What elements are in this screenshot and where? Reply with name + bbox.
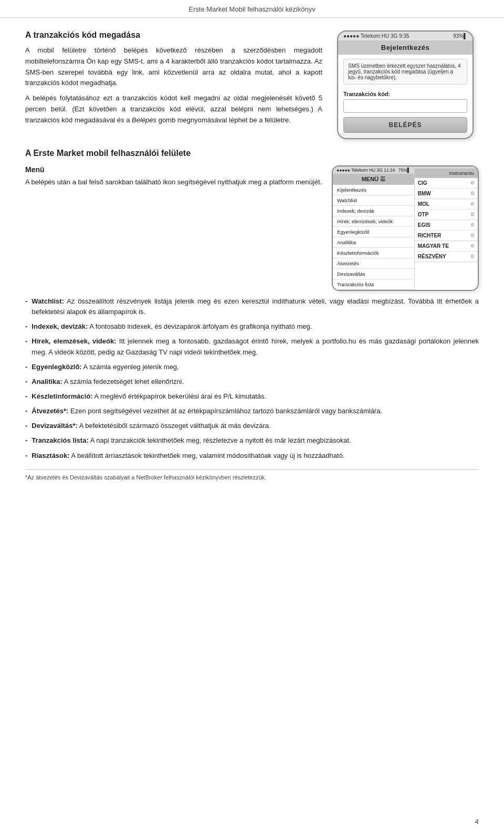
phone-menu-header: MENÜ ☰	[333, 174, 414, 185]
watchlist-item-bmw[interactable]: BMW ⊙	[415, 189, 478, 199]
section2-text: Menü A belépés után a bal felső sarokban…	[25, 165, 322, 291]
phone-info-box: SMS üzenetben érkezett egyszer használat…	[343, 59, 467, 85]
menu-item-atvezetes[interactable]: Átvezetés	[333, 258, 414, 269]
ticker-cig-icon: ⊙	[470, 180, 475, 186]
phone-battery: 93%▌	[453, 33, 467, 39]
watchlist-item-mol[interactable]: MOL ⊙	[415, 199, 478, 210]
list-item-keszlet: - Készletinformáció: A meglévő értékpapí…	[25, 391, 479, 402]
watchlist-item-egis[interactable]: EGIS ⊙	[415, 220, 478, 231]
footnote: *Az átvezetés és Devizaváltás szabályait…	[25, 469, 479, 480]
section1-layout: A tranzakciós kód megadása A mobil felül…	[25, 30, 479, 139]
section2-phone-col: ●●●●● Telekom HU 3G 11:24 75%▌ MENÜ ☰ Ki…	[332, 165, 479, 291]
ticker-richter-icon: ⊙	[470, 233, 475, 238]
phone-battery2: 75%▌	[398, 168, 411, 173]
section2-layout: Menü A belépés után a bal felső sarokban…	[25, 165, 479, 291]
ticker-cig: CIG	[418, 180, 427, 186]
phone-status-left2: ●●●●● Telekom HU 3G 11:24	[337, 168, 395, 173]
menu-item-kijelentkezes[interactable]: Kijelentkezés	[333, 185, 414, 195]
menu-phone-mockup: ●●●●● Telekom HU 3G 11:24 75%▌ MENÜ ☰ Ki…	[332, 165, 479, 291]
phone-status-bar: ●●●●● Telekom HU 3G 9:35 93%▌	[338, 32, 472, 40]
menu-item-egyenlegkozlo[interactable]: Egyenlegközlő	[333, 227, 414, 237]
phone-menu-left: ●●●●● Telekom HU 3G 11:24 75%▌ MENÜ ☰ Ki…	[333, 166, 415, 290]
page-header: Erste Market Mobil felhasználói kéziköny…	[0, 0, 504, 18]
page-number: 4	[475, 818, 479, 825]
menu-item-tranzakcio[interactable]: Tranzakciós lista	[333, 279, 414, 290]
ticker-reszveny: RÉSZVÉNY	[418, 254, 446, 259]
menu-item-analitika[interactable]: Analitika	[333, 237, 414, 248]
ticker-mol-icon: ⊙	[470, 201, 475, 207]
phone-header-bar: Bejelentkezés	[338, 40, 472, 55]
phone-watchlist-header: Instrumentu	[415, 169, 478, 178]
phone-input-field[interactable]	[343, 99, 467, 113]
ticker-richter: RICHTER	[418, 233, 441, 238]
watchlist-item-otp[interactable]: OTP ⊙	[415, 210, 478, 220]
section1-text: A tranzakciós kód megadása A mobil felül…	[25, 30, 322, 139]
ticker-mt-icon: ⊙	[470, 243, 475, 249]
phone-mockup-1: ●●●●● Telekom HU 3G 9:35 93%▌ Bejelentke…	[337, 30, 474, 139]
ticker-bmw-icon: ⊙	[470, 191, 475, 196]
menu-section-title: Menü	[25, 165, 322, 174]
header-title: Erste Market Mobil felhasználói kéziköny…	[188, 5, 315, 13]
watchlist-item-magyartelekom[interactable]: MAGYAR TE ⊙	[415, 241, 478, 252]
ticker-otp: OTP	[418, 212, 429, 217]
phone-input-label: Tranzakciós kód:	[338, 89, 472, 98]
ticker-mol: MOL	[418, 201, 429, 207]
list-item-egyenlegkozlo: - Egyenlegközlő: A számla egyenleg jelen…	[25, 362, 479, 372]
section2-title: A Erste Market mobil felhasználói felüle…	[25, 149, 479, 158]
section1-para1: A mobil felületre történő belépés követk…	[25, 45, 322, 89]
list-item-tranzakcio: - Tranzakciós lista: A napi tranzakciók …	[25, 435, 479, 446]
watchlist-item-reszveny[interactable]: RÉSZVÉNY ⊙	[415, 252, 478, 262]
section1-phone: ●●●●● Telekom HU 3G 9:35 93%▌ Bejelentke…	[332, 30, 479, 139]
menu-item-watchlist[interactable]: Watchlist	[333, 195, 414, 206]
menu-intro: A belépés után a bal felső sarokban talá…	[25, 177, 322, 188]
list-item-hirek: - Hírek, elemzések, videók: Itt jelennek…	[25, 336, 479, 357]
section1-title: A tranzakciós kód megadása	[25, 30, 322, 40]
watchlist-item-cig[interactable]: CIG ⊙	[415, 178, 478, 189]
list-item-indexek: - Indexek, devizák: A fontosabb indexek,…	[25, 321, 479, 332]
phone-login-btn[interactable]: BELÉPÉS	[343, 117, 467, 133]
ticker-bmw: BMW	[418, 191, 431, 196]
phone-body: Bejelentkezés SMS üzenetben érkezett egy…	[338, 40, 472, 133]
ticker-egis-icon: ⊙	[470, 222, 475, 228]
menu-item-hirek[interactable]: Hírek; elemzések; videók	[333, 216, 414, 227]
ticker-egis: EGIS	[418, 222, 430, 228]
ticker-otp-icon: ⊙	[470, 212, 475, 217]
ticker-magyartelekom: MAGYAR TE	[418, 243, 449, 249]
menu-items-list: - Watchlist: Az összeállított részvények…	[25, 296, 479, 461]
list-item-riasztasok: - Riasztások: A beállított árriasztások …	[25, 451, 479, 461]
phone-status-left: ●●●●● Telekom HU 3G 9:35	[343, 33, 410, 39]
menu-item-indexek[interactable]: Indexek; devizák	[333, 206, 414, 216]
phone-watchlist-right: Instrumentu CIG ⊙ BMW ⊙ MOL ⊙ OTP	[415, 166, 478, 290]
watchlist-item-richter[interactable]: RICHTER ⊙	[415, 231, 478, 241]
section1-para2: A belépés folytatásához ezt a tranzakció…	[25, 93, 322, 126]
list-item-watchlist: - Watchlist: Az összeállított részvények…	[25, 296, 479, 317]
list-item-analitika: - Analitika: A számla fedezetségét lehet…	[25, 377, 479, 387]
list-item-devizavaltas: - Devizaváltás*: A befektetésiből szárma…	[25, 421, 479, 431]
list-item-atvezetes: - Átvezetés*: Ezen pont segítségével vez…	[25, 406, 479, 416]
phone-menu-status: ●●●●● Telekom HU 3G 11:24 75%▌	[333, 166, 414, 174]
menu-item-deviza[interactable]: Devizaváltás	[333, 269, 414, 279]
menu-item-keszlet[interactable]: Készletinformációk	[333, 248, 414, 258]
ticker-rv-icon: ⊙	[470, 254, 475, 259]
